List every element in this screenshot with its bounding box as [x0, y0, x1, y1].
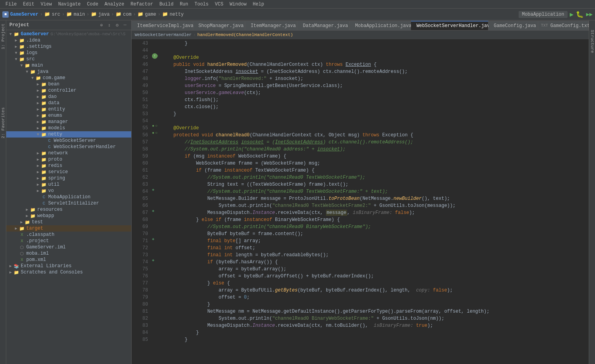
- minimize-action[interactable]: —: [122, 22, 128, 28]
- wss-label: WebSocketServer: [54, 138, 96, 143]
- tree-service[interactable]: ▶ 📁 service: [6, 169, 131, 175]
- breadcrumb: WebSocketServerHandler › handlerRemoved(…: [132, 31, 589, 39]
- app-name[interactable]: GameServer: [10, 12, 38, 17]
- tree-root[interactable]: ▼ 📁 GameServer G:\MonkeySpace\moba-new\S…: [6, 31, 131, 37]
- tree-util[interactable]: ▶ 📁 util: [6, 181, 131, 188]
- toolbar-path: GameServer › 📁 src › 📁 main › 📁 java › 📁…: [10, 11, 184, 17]
- breadcrumb-method[interactable]: handlerRemoved(ChannelHandlerContext): [197, 33, 293, 37]
- tree-moba-iml[interactable]: ⬡ moba.iml: [6, 250, 131, 257]
- tree-spring[interactable]: ▶ 📁 spring: [6, 175, 131, 181]
- tree-java[interactable]: ▼ 📁 java: [6, 69, 131, 75]
- tree-com-game[interactable]: ▼ 📁 com.game: [6, 75, 131, 81]
- tree-websocket-handler[interactable]: C WebSocketServerHandler: [6, 144, 131, 150]
- run-config[interactable]: MobaApplication: [519, 11, 567, 18]
- tree-settings[interactable]: ▶ 📁 .settings: [6, 43, 131, 50]
- tree-bean[interactable]: ▶ 📁 bean: [6, 81, 131, 87]
- tree-idea[interactable]: ▶ 📁 .idea: [6, 37, 131, 43]
- menu-vcs[interactable]: VCS: [212, 0, 227, 8]
- tree-project-file[interactable]: X .project: [6, 238, 131, 244]
- project-tab[interactable]: 1: Project: [0, 22, 6, 51]
- project-icon: ■: [2, 11, 9, 18]
- sort-action[interactable]: ⇕: [106, 22, 112, 28]
- structure-tab-btn[interactable]: Structure: [589, 28, 595, 54]
- tree-main[interactable]: ▼ 📁 main: [6, 62, 131, 69]
- moba-iml-icon: ⬡: [19, 251, 25, 256]
- tree-scratches[interactable]: ▶ 📁 Scratches and Consoles: [6, 269, 131, 275]
- tree-target[interactable]: ▶ 📁 target: [6, 225, 131, 232]
- tab-websockethandler[interactable]: WebSocketServerHandler.java ×: [411, 21, 488, 30]
- menu-analyze[interactable]: Analyze: [101, 0, 127, 8]
- menu-navigate[interactable]: Navigate: [55, 0, 84, 8]
- tab-label-gameconfigtxt: GameConfig.txt: [550, 23, 589, 29]
- menu-refactor[interactable]: Refactor: [127, 0, 156, 8]
- resources-arrow: ▶: [24, 207, 30, 212]
- tree-websocket-server[interactable]: C WebSocketServer: [6, 138, 131, 144]
- settings-action[interactable]: ⚙: [114, 22, 120, 28]
- gutter: ↑ ● ○ ● ○ ◆ ◆ ◆ ◆: [151, 39, 159, 364]
- src-arrow: ▼: [13, 57, 19, 62]
- root-label: GameServer: [21, 31, 49, 37]
- tab-mobaapp[interactable]: MobaApplication.java ×: [350, 21, 411, 30]
- tab-gameconfigtxt[interactable]: TXT GameConfig.txt ×: [538, 21, 589, 30]
- tree-resources[interactable]: ▶ 📁 resources: [6, 206, 131, 213]
- tab-shopmanager[interactable]: ShopManager.java ×: [193, 21, 245, 30]
- tree-gameserver-iml[interactable]: ⬡ GameServer.iml: [6, 244, 131, 250]
- tree-ext-libs[interactable]: ▶ 📚 External Libraries: [6, 263, 131, 269]
- data-arrow: ▶: [35, 101, 41, 105]
- tree-src[interactable]: ▼ 📁 src: [6, 56, 131, 62]
- tree-models[interactable]: ▶ 📁 models: [6, 125, 131, 131]
- menu-run[interactable]: Run: [177, 0, 192, 8]
- menu-help[interactable]: Help: [250, 0, 267, 8]
- tree-manager[interactable]: ▶ 📁 manager: [6, 119, 131, 125]
- run2-button[interactable]: ▶▶: [586, 11, 593, 18]
- code-line-50: userService.gameLeave(ctx);: [162, 89, 586, 96]
- tree-moba-app[interactable]: C MobaApplication: [6, 194, 131, 200]
- tree-netty[interactable]: ▼ 📁 netty: [6, 131, 131, 138]
- editor-area: ItemServiceImpl.java × ShopManager.java …: [132, 20, 589, 364]
- tree-servlet[interactable]: C ServletInitializer: [6, 200, 131, 206]
- tree-controller[interactable]: ▶ 📁 controller: [6, 87, 131, 94]
- code-line-67: MessageDispatch.Instance.receiveData(ctx…: [162, 209, 586, 216]
- resources-folder-icon: 📁: [30, 207, 36, 212]
- tab-gameconfig[interactable]: GameConfig.java ×: [488, 21, 539, 30]
- add-action[interactable]: ⊕: [98, 22, 105, 28]
- tab-itemmanager[interactable]: ItemManager.java ×: [245, 21, 297, 30]
- menu-window[interactable]: Window: [226, 0, 250, 8]
- data-folder-icon: 📁: [41, 100, 47, 106]
- code-line-64: //System.out.println("channelRead0 TextW…: [162, 188, 586, 195]
- tree-entity[interactable]: ▶ 📁 entity: [6, 106, 131, 112]
- menu-file[interactable]: File: [2, 0, 20, 8]
- debug-button[interactable]: 🐛: [576, 11, 584, 18]
- tree-enums[interactable]: ▶ 📁 enums: [6, 112, 131, 119]
- tree-dao[interactable]: ▶ 📁 dao: [6, 94, 131, 100]
- tree-logs[interactable]: ▼ 📁 logs: [6, 50, 131, 56]
- tree-vo[interactable]: ▶ 📁 vo: [6, 188, 131, 194]
- bean-folder-icon: 📁: [41, 81, 47, 87]
- menu-tools[interactable]: Tools: [192, 0, 212, 8]
- code-line-82: System.out.println("channelRead0 BinaryW…: [162, 315, 586, 322]
- settings-arrow: ▶: [13, 44, 19, 49]
- path-netty: 📁: [162, 11, 168, 17]
- menu-build[interactable]: Build: [156, 0, 177, 8]
- code-editor[interactable]: } @Override public void handlerRemoved(C…: [159, 39, 589, 364]
- run-button[interactable]: ▶: [570, 11, 574, 18]
- breadcrumb-class[interactable]: WebSocketServerHandler: [135, 33, 192, 37]
- tree-pom[interactable]: X pom.xml: [6, 257, 131, 263]
- menu-edit[interactable]: Edit: [20, 0, 38, 8]
- tree-classpath[interactable]: X .classpath: [6, 232, 131, 238]
- tree-webapp[interactable]: ▶ 📁 webapp: [6, 213, 131, 219]
- tree-data[interactable]: ▶ 📁 data: [6, 100, 131, 106]
- ext-libs-icon: 📚: [13, 263, 20, 269]
- tree-redis[interactable]: ▶ 📁 redis: [6, 163, 131, 169]
- favorites-tab[interactable]: 2: Favorites: [0, 106, 6, 140]
- menu-code[interactable]: Code: [84, 0, 101, 8]
- tree-test[interactable]: ▶ 📁 test: [6, 219, 131, 225]
- tab-itemserviceimpl[interactable]: ItemServiceImpl.java ×: [132, 21, 193, 30]
- tab-datamanager[interactable]: DataManager.java ×: [297, 21, 349, 30]
- tree-network[interactable]: ▶ 📁 network: [6, 150, 131, 156]
- scratches-icon: 📁: [13, 270, 20, 275]
- tree-proto[interactable]: ▶ 📁 proto: [6, 156, 131, 163]
- menu-view[interactable]: View: [38, 0, 55, 8]
- servlet-label: ServletInitializer: [48, 201, 99, 206]
- code-line-62: //System.out.println("channelRead0 TextW…: [162, 174, 586, 181]
